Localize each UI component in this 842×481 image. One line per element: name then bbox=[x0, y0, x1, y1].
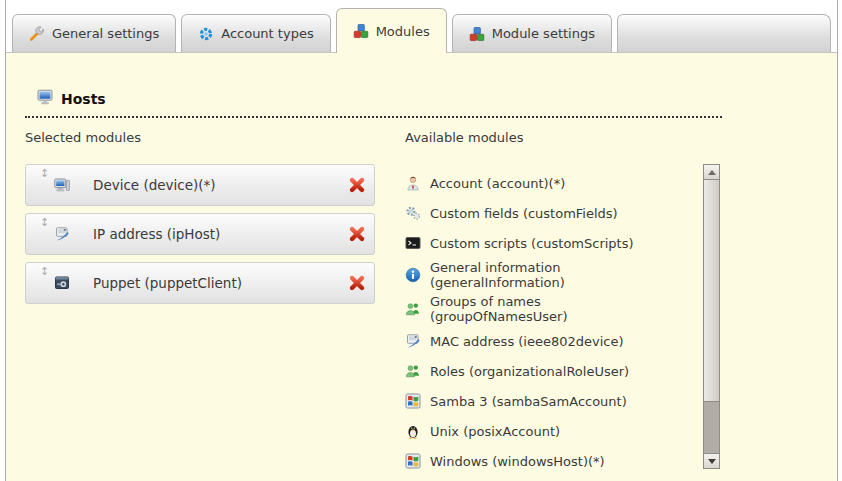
drag-handle-icon[interactable]: ↕ bbox=[40, 168, 49, 179]
remove-module-button[interactable] bbox=[348, 225, 366, 243]
available-module-label: Unix (posixAccount) bbox=[430, 424, 560, 439]
available-module-row-general-information: General information (generalInformation) bbox=[405, 258, 695, 292]
windows-icon bbox=[405, 453, 421, 469]
add-module-button[interactable] bbox=[678, 453, 695, 470]
add-module-button[interactable] bbox=[678, 235, 695, 252]
add-module-button[interactable] bbox=[678, 393, 695, 410]
group-icon bbox=[405, 301, 421, 317]
tab-label: Modules bbox=[376, 24, 430, 39]
available-module-label: Windows (windowsHost)(*) bbox=[430, 454, 605, 469]
modules-columns: Selected modules ↕ Device (device)(*) bbox=[25, 130, 837, 469]
selected-module-label: IP address (ipHost) bbox=[93, 226, 220, 242]
drag-handle-icon[interactable]: ↕ bbox=[40, 266, 49, 277]
tab-module-settings[interactable]: Module settings bbox=[452, 14, 612, 52]
available-module-row-windows: Windows (windowsHost)(*) bbox=[405, 446, 695, 469]
terminal-icon bbox=[405, 235, 421, 251]
available-module-label: Custom fields (customFields) bbox=[430, 206, 618, 221]
available-module-label: Custom scripts (customScripts) bbox=[430, 236, 634, 251]
tab-general-settings[interactable]: General settings bbox=[12, 14, 176, 52]
available-module-row-mac-address: MAC address (ieee802device) bbox=[405, 326, 695, 356]
available-module-row-account: Account (account)(*) bbox=[405, 168, 695, 198]
remove-module-button[interactable] bbox=[348, 274, 366, 292]
available-modules-scroll-area: Account (account)(*) bbox=[405, 164, 725, 469]
unix-penguin-icon bbox=[405, 423, 421, 439]
remove-module-button[interactable] bbox=[348, 176, 366, 194]
device-computer-icon bbox=[54, 177, 70, 193]
selected-modules-heading: Selected modules bbox=[25, 130, 381, 146]
account-types-gear-icon bbox=[198, 26, 214, 42]
selected-modules-column: Selected modules ↕ Device (device)(*) bbox=[25, 130, 381, 469]
tab-bar: General settings Account types Modules bbox=[6, 0, 837, 52]
tab-modules[interactable]: Modules bbox=[336, 8, 447, 53]
selected-module-label: Puppet (puppetClient) bbox=[93, 275, 242, 291]
monitor-icon bbox=[37, 89, 53, 109]
available-module-row-roles: Roles (organizationalRoleUser) bbox=[405, 356, 695, 386]
selected-module-row-device[interactable]: ↕ Device (device)(*) bbox=[25, 164, 375, 206]
mac-address-icon bbox=[405, 333, 421, 349]
info-icon bbox=[405, 267, 421, 283]
available-module-row-unix: Unix (posixAccount) bbox=[405, 416, 695, 446]
account-person-icon bbox=[405, 175, 421, 191]
scrollbar-down-button[interactable] bbox=[703, 453, 720, 469]
tab-label: General settings bbox=[52, 26, 159, 41]
samba-windows-icon bbox=[405, 393, 421, 409]
available-module-label: Roles (organizationalRoleUser) bbox=[430, 364, 629, 379]
custom-fields-gears-icon bbox=[405, 205, 421, 221]
selected-module-row-puppet[interactable]: ↕ Puppet (puppetClient) bbox=[25, 262, 375, 304]
section-title: Hosts bbox=[61, 91, 106, 107]
wrench-icon bbox=[29, 26, 45, 42]
available-module-row-custom-scripts: Custom scripts (customScripts) bbox=[405, 228, 695, 258]
roles-group-icon bbox=[405, 363, 421, 379]
ip-address-icon bbox=[54, 226, 70, 242]
tab-label: Module settings bbox=[492, 26, 595, 41]
arrow-down-icon bbox=[708, 459, 716, 464]
modules-cubes-icon bbox=[353, 23, 369, 39]
tab-label: Account types bbox=[221, 26, 313, 41]
add-module-button[interactable] bbox=[678, 363, 695, 380]
add-module-button[interactable] bbox=[678, 333, 695, 350]
add-module-button[interactable] bbox=[678, 423, 695, 440]
available-modules-heading: Available modules bbox=[405, 130, 725, 146]
tab-bar-filler bbox=[617, 14, 831, 52]
scrollbar-up-button[interactable] bbox=[703, 164, 720, 180]
available-module-label: Groups of names (groupOfNamesUser) bbox=[430, 294, 658, 324]
add-module-button[interactable] bbox=[678, 175, 695, 192]
available-modules-list: Account (account)(*) bbox=[405, 164, 695, 469]
available-modules-column: Available modules bbox=[405, 130, 725, 469]
arrow-up-icon bbox=[708, 170, 716, 175]
add-module-button[interactable] bbox=[678, 301, 695, 318]
available-module-label: Samba 3 (sambaSamAccount) bbox=[430, 394, 627, 409]
modules-cubes-icon bbox=[469, 26, 485, 42]
available-module-row-samba3: Samba 3 (sambaSamAccount) bbox=[405, 386, 695, 416]
modules-tab-content: Hosts Selected modules ↕ bbox=[6, 52, 837, 481]
scrollbar-track[interactable] bbox=[703, 402, 720, 453]
selected-module-row-ip-address[interactable]: ↕ IP address (ipHost) bbox=[25, 213, 375, 255]
add-module-button[interactable] bbox=[678, 205, 695, 222]
scrollbar-thumb[interactable] bbox=[703, 180, 720, 402]
config-window: General settings Account types Modules bbox=[5, 0, 838, 481]
available-module-label: MAC address (ieee802device) bbox=[430, 334, 624, 349]
scrollbar[interactable] bbox=[703, 164, 720, 469]
drag-handle-icon[interactable]: ↕ bbox=[40, 217, 49, 228]
available-module-label: General information (generalInformation) bbox=[430, 260, 658, 290]
available-module-row-groups-of-names: Groups of names (groupOfNamesUser) bbox=[405, 292, 695, 326]
available-module-label: Account (account)(*) bbox=[430, 176, 565, 191]
hosts-section-header: Hosts bbox=[25, 89, 722, 118]
puppet-icon bbox=[54, 275, 70, 291]
available-module-row-custom-fields: Custom fields (customFields) bbox=[405, 198, 695, 228]
selected-module-label: Device (device)(*) bbox=[93, 177, 216, 193]
add-module-button[interactable] bbox=[678, 267, 695, 284]
tab-account-types[interactable]: Account types bbox=[181, 14, 330, 52]
